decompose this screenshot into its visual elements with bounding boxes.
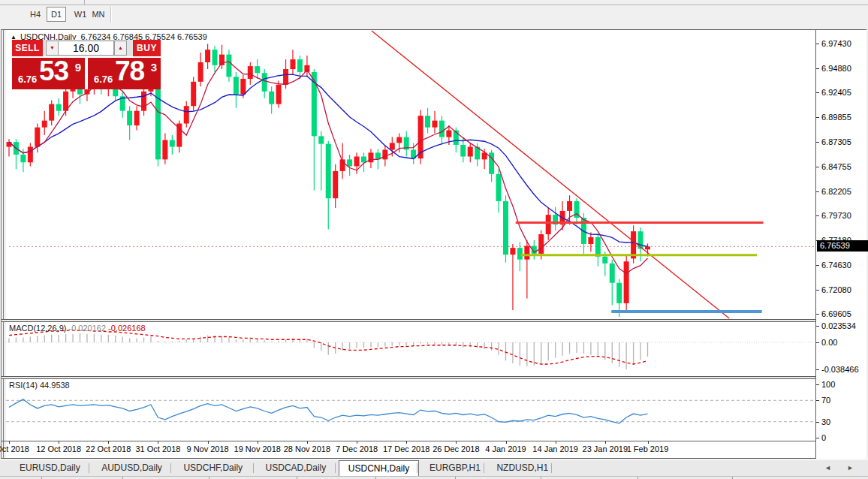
macd-axis-label: 0.00: [821, 338, 837, 347]
buy-price-button[interactable]: 6.76 78 3: [88, 58, 161, 89]
time-axis-tick: [59, 441, 59, 444]
axis-tick: [816, 422, 819, 423]
timeframe-button-mn[interactable]: MN: [89, 7, 108, 22]
axis-tick: [816, 290, 819, 291]
time-axis-tick: [158, 441, 158, 444]
trendline: [372, 31, 729, 318]
one-click-trading-panel: SELL ▼ 16.00 ▲ BUY 6.76 53 9 6.76 78 3: [12, 40, 161, 89]
timeframe-button-d1[interactable]: D1: [47, 7, 66, 22]
time-axis-label: 22 Oct 2018: [86, 444, 131, 453]
time-axis-tick: [9, 441, 10, 444]
price-axis-label: 6.69605: [821, 309, 851, 318]
tab-scroll-left-icon[interactable]: ◄: [824, 464, 831, 471]
axis-tick: [816, 400, 819, 401]
buy-price-base: 6.76: [94, 74, 113, 85]
trade-panel-controls: SELL ▼ 16.00 ▲ BUY: [12, 40, 161, 56]
chart-tab-bar: EURUSD,DailyAUDUSD,DailyUSDCHF,DailyUSDC…: [0, 459, 868, 476]
time-axis-tick: [605, 441, 606, 444]
axis-tick: [816, 191, 819, 192]
axis-tick: [816, 167, 819, 167]
toolbar-separator: [84, 0, 85, 5]
time-axis-tick: [648, 441, 649, 444]
axis-tick: [816, 68, 819, 69]
tab-separator: [335, 463, 336, 473]
sell-price-base: 6.76: [18, 74, 37, 85]
tab-separator: [417, 463, 417, 473]
time-axis-tick: [556, 441, 556, 444]
time-axis-label: 28 Nov 2018: [284, 444, 330, 453]
price-axis-label: 6.74630: [821, 261, 851, 270]
axis-tick: [816, 92, 819, 93]
time-axis-label: 12 Oct 2018: [36, 444, 81, 453]
time-axis-label: 14 Jan 2019: [532, 444, 578, 453]
chart-tab-usdcad[interactable]: USDCAD,Daily: [257, 461, 336, 475]
volume-decrease-button[interactable]: ▼: [46, 41, 59, 56]
chart-tab-eurgbp[interactable]: EURGBP,H1: [420, 461, 490, 475]
toolbar-separator: [110, 7, 112, 23]
axis-tick: [816, 326, 819, 327]
time-axis-tick: [456, 441, 457, 444]
axis-tick: [816, 369, 819, 370]
chart-tab-eurusd[interactable]: EURUSD,Daily: [11, 461, 89, 475]
time-axis-tick: [406, 441, 407, 444]
timeframe-toolbar: H4D1W1MN: [0, 5, 868, 25]
sell-price-big: 53: [39, 56, 68, 87]
time-axis-label: 7 Dec 2018: [336, 444, 378, 453]
axis-tick: [816, 44, 819, 44]
time-axis-label: 9 Nov 2018: [186, 444, 228, 453]
chart-tab-nzdusd[interactable]: NZDUSD,H1: [487, 461, 557, 475]
rsi-axis-label: 70: [821, 396, 830, 405]
macd-axis-label: 0.023534: [821, 321, 856, 330]
time-axis-label: 23 Jan 2019: [583, 444, 628, 453]
macd-value: -0.020162: [68, 324, 106, 333]
price-axis-label: 6.84755: [821, 162, 851, 171]
rsi-line: [9, 399, 648, 423]
chart-frame-left-outer: [1, 29, 2, 459]
price-axis-label: 6.94880: [821, 64, 851, 73]
timeframe-button-w1[interactable]: W1: [71, 7, 90, 22]
buy-price-sup: 3: [151, 61, 157, 74]
rsi-axis-label: 30: [821, 417, 830, 426]
time-axis-label: 26 Dec 2018: [432, 444, 479, 453]
chart-tab-audusd[interactable]: AUDUSD,Daily: [92, 461, 171, 475]
macd-axis-label: -0.038466: [821, 365, 859, 374]
axis-tick: [816, 438, 819, 438]
bottom-splitter-strip: [0, 476, 868, 479]
time-axis-label: 1 Feb 2019: [627, 444, 669, 453]
tab-scroll-right-icon[interactable]: ►: [847, 464, 854, 471]
volume-input[interactable]: 16.00: [58, 41, 114, 56]
rsi-value: 44.9538: [40, 381, 70, 390]
axis-tick: [816, 142, 819, 143]
time-axis-label: 4 Jan 2019: [485, 444, 526, 453]
price-axis-label: 6.87305: [821, 137, 851, 146]
tab-separator: [89, 463, 89, 473]
time-axis-label: 19 Nov 2018: [234, 444, 281, 453]
buy-button[interactable]: BUY: [133, 40, 161, 56]
rsi-label: RSI(14) 44.9538: [9, 381, 70, 390]
time-axis-tick: [208, 441, 209, 444]
top-toolbar-strip: [0, 0, 868, 5]
tab-separator: [484, 463, 484, 473]
price-axis-label: 6.72080: [821, 285, 851, 294]
axis-tick: [816, 384, 819, 385]
time-axis-tick: [307, 441, 308, 444]
sell-price-button[interactable]: 6.76 53 9: [12, 58, 85, 89]
volume-increase-button[interactable]: ▲: [114, 41, 127, 56]
time-axis-label: 3 Oct 2018: [0, 444, 29, 453]
timeframe-button-h4[interactable]: H4: [26, 7, 45, 22]
price-axis-label: 6.97430: [821, 39, 851, 48]
macd-signal-value: -0.026168: [108, 324, 146, 333]
price-axis-label: 6.89855: [821, 113, 851, 122]
chart-tab-usdcnh[interactable]: USDCNH,Daily: [339, 460, 419, 477]
macd-name: MACD(12,26,9): [9, 324, 66, 333]
rsi-axis-label: 100: [821, 380, 835, 389]
rsi-canvas[interactable]: [6, 379, 815, 441]
chart-tab-usdchf[interactable]: USDCHF,Daily: [174, 461, 252, 475]
price-axis[interactable]: 6.974306.948806.924056.898556.873056.847…: [815, 30, 866, 459]
rsi-axis-label: 0: [821, 433, 826, 442]
sell-button[interactable]: SELL: [12, 40, 43, 56]
axis-tick: [816, 215, 819, 216]
time-axis-tick: [506, 441, 507, 444]
time-axis[interactable]: 3 Oct 201812 Oct 201822 Oct 201831 Oct 2…: [6, 441, 815, 458]
chart-frame-left-inner: [3, 29, 4, 459]
